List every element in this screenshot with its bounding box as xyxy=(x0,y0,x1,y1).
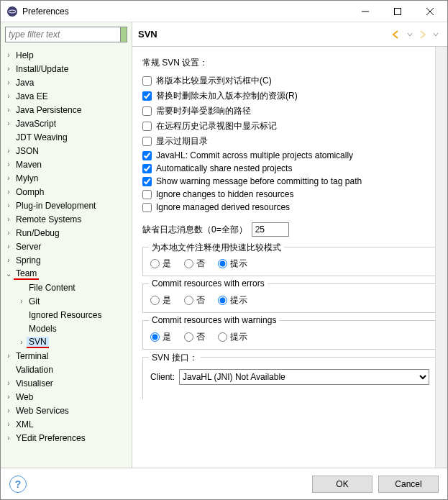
radio-option[interactable]: 否 xyxy=(184,331,205,343)
radio[interactable] xyxy=(218,332,227,342)
tree-item[interactable]: Ignored Resources xyxy=(1,308,132,322)
radio-option[interactable]: 否 xyxy=(184,294,205,306)
tree-item[interactable]: ›Terminal xyxy=(1,349,132,363)
radio[interactable] xyxy=(184,296,193,305)
log-count-input[interactable] xyxy=(252,222,289,237)
chevron-right-icon[interactable]: › xyxy=(4,106,14,114)
forward-button[interactable] xyxy=(417,29,429,40)
tree-item[interactable]: ›Git xyxy=(1,294,132,308)
chevron-right-icon[interactable]: › xyxy=(4,229,14,237)
close-button[interactable] xyxy=(413,1,446,22)
radio[interactable] xyxy=(184,259,193,268)
content-scrollbar[interactable] xyxy=(435,47,447,468)
chevron-right-icon[interactable]: › xyxy=(4,92,14,100)
checkbox-row[interactable]: Ignore managed derived resources xyxy=(142,202,437,212)
checkbox[interactable] xyxy=(142,203,152,212)
checkbox-row[interactable]: Automatically share nested projects xyxy=(142,163,437,173)
tree-item[interactable]: ›Oomph xyxy=(1,185,132,199)
minimize-button[interactable] xyxy=(349,1,381,22)
cancel-button[interactable]: Cancel xyxy=(378,476,439,493)
help-button[interactable]: ? xyxy=(9,476,27,493)
chevron-right-icon[interactable]: › xyxy=(4,119,14,127)
tree-item[interactable]: ›Java xyxy=(1,76,132,89)
chevron-right-icon[interactable]: › xyxy=(4,188,14,196)
back-menu-button[interactable] xyxy=(404,29,416,40)
radio-option[interactable]: 提示 xyxy=(218,294,247,306)
chevron-right-icon[interactable]: › xyxy=(17,297,27,305)
tree-item[interactable]: ›Install/Update xyxy=(1,62,132,76)
checkbox[interactable] xyxy=(142,106,152,116)
chevron-right-icon[interactable]: › xyxy=(4,434,14,442)
chevron-right-icon[interactable]: › xyxy=(4,51,14,59)
tree-item[interactable]: ›Java EE xyxy=(1,89,132,103)
filter-clear-button[interactable] xyxy=(120,27,127,42)
checkbox[interactable] xyxy=(142,137,152,146)
chevron-right-icon[interactable]: › xyxy=(4,215,14,223)
chevron-right-icon[interactable]: › xyxy=(4,201,14,209)
tree-item[interactable]: ›Maven xyxy=(1,158,132,171)
tree-item[interactable]: ›Web Services xyxy=(1,404,132,417)
tree-item[interactable]: ›Visualiser xyxy=(1,376,132,390)
checkbox[interactable] xyxy=(142,122,152,131)
tree-item[interactable]: ›SVN xyxy=(1,335,132,349)
chevron-right-icon[interactable]: › xyxy=(4,147,14,155)
checkbox-row[interactable]: Show warning message before committing t… xyxy=(142,176,437,186)
tree-item[interactable]: JDT Weaving xyxy=(1,130,132,144)
tree-item[interactable]: ›YEdit Preferences xyxy=(1,431,132,445)
chevron-right-icon[interactable]: › xyxy=(4,420,14,428)
tree-item[interactable]: ›XML xyxy=(1,417,132,431)
chevron-right-icon[interactable]: › xyxy=(4,160,14,168)
chevron-right-icon[interactable]: › xyxy=(4,406,14,414)
radio-option[interactable]: 提示 xyxy=(218,331,247,343)
checkbox-row[interactable]: 将版本比较显示到对话框中(C) xyxy=(142,75,437,87)
tree-item[interactable]: ›Remote Systems xyxy=(1,212,132,226)
radio-option[interactable]: 是 xyxy=(150,331,171,343)
checkbox[interactable] xyxy=(142,177,152,186)
tree-item[interactable]: ›Help xyxy=(1,48,132,62)
chevron-right-icon[interactable]: › xyxy=(4,379,14,387)
radio[interactable] xyxy=(150,259,160,268)
chevron-right-icon[interactable]: › xyxy=(4,78,14,86)
checkbox-row[interactable]: 需要时列举受影响的路径 xyxy=(142,105,437,117)
tree-item[interactable]: ›Mylyn xyxy=(1,171,132,185)
checkbox[interactable] xyxy=(142,76,152,86)
filter-input[interactable] xyxy=(6,27,120,42)
checkbox-row[interactable]: Ignore changes to hidden resources xyxy=(142,189,437,199)
chevron-right-icon[interactable]: › xyxy=(17,338,27,346)
chevron-right-icon[interactable]: › xyxy=(4,393,14,401)
radio[interactable] xyxy=(150,296,160,305)
tree-item[interactable]: Validation xyxy=(1,363,132,376)
preference-tree[interactable]: ›Help›Install/Update›Java›Java EE›Java P… xyxy=(1,47,132,468)
chevron-right-icon[interactable]: › xyxy=(4,65,14,73)
radio[interactable] xyxy=(218,296,227,305)
tree-item[interactable]: ›Web xyxy=(1,390,132,404)
maximize-button[interactable] xyxy=(381,1,413,22)
checkbox-row[interactable]: 显示过期目录 xyxy=(142,135,437,147)
radio[interactable] xyxy=(218,259,227,268)
checkbox[interactable] xyxy=(142,151,152,160)
checkbox[interactable] xyxy=(142,190,152,199)
client-select[interactable]: JavaHL (JNI) Not Available xyxy=(179,369,429,385)
radio-option[interactable]: 否 xyxy=(184,258,205,270)
chevron-right-icon[interactable]: › xyxy=(4,256,14,264)
ok-button[interactable]: OK xyxy=(312,476,372,493)
tree-item[interactable]: ⌄Team xyxy=(1,267,132,281)
forward-menu-button[interactable] xyxy=(430,29,442,40)
chevron-right-icon[interactable]: › xyxy=(4,174,14,182)
radio[interactable] xyxy=(184,332,193,342)
tree-item[interactable]: ›JavaScript xyxy=(1,117,132,130)
radio-option[interactable]: 是 xyxy=(150,258,171,270)
chevron-right-icon[interactable]: › xyxy=(4,352,14,360)
tree-item[interactable]: File Content xyxy=(1,281,132,294)
tree-item[interactable]: Models xyxy=(1,322,132,335)
tree-item[interactable]: ›Java Persistence xyxy=(1,103,132,117)
checkbox-row[interactable]: 在远程历史记录视图中显示标记 xyxy=(142,120,437,132)
tree-item[interactable]: ›Plug-in Development xyxy=(1,199,132,212)
radio-option[interactable]: 提示 xyxy=(218,258,247,270)
checkbox[interactable] xyxy=(142,164,152,173)
tree-item[interactable]: ›JSON xyxy=(1,144,132,158)
chevron-right-icon[interactable]: › xyxy=(4,242,14,250)
tree-item[interactable]: ›Server xyxy=(1,240,132,253)
tree-item[interactable]: ›Spring xyxy=(1,253,132,267)
chevron-down-icon[interactable]: ⌄ xyxy=(4,270,14,278)
